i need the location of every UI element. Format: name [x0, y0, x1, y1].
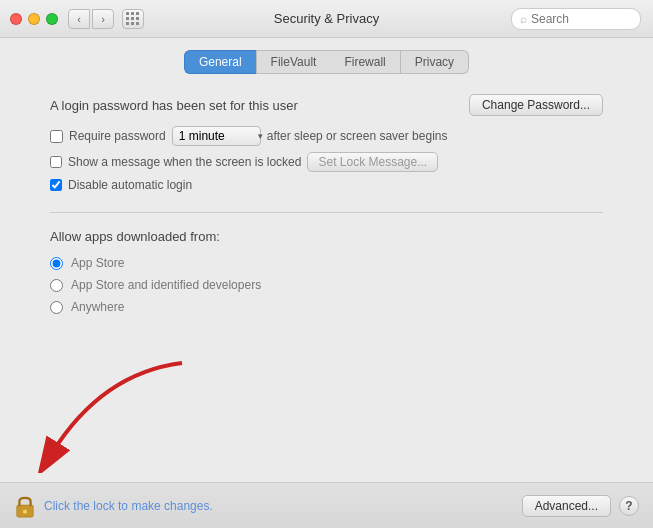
tabs-row: General FileVault Firewall Privacy [0, 38, 653, 84]
allow-apps-section: Allow apps downloaded from: App Store Ap… [50, 213, 603, 332]
forward-button[interactable]: › [92, 9, 114, 29]
show-message-row: Show a message when the screen is locked… [50, 152, 603, 172]
radio-appstore-input[interactable] [50, 257, 63, 270]
click-text: Click the [44, 499, 93, 513]
radio-identified-input[interactable] [50, 279, 63, 292]
maximize-button[interactable] [46, 13, 58, 25]
radio-anywhere-label: Anywhere [71, 300, 124, 314]
allow-apps-title: Allow apps downloaded from: [50, 229, 603, 244]
lock-link-text: lock [93, 499, 114, 513]
search-input[interactable] [531, 12, 632, 26]
password-section: A login password has been set for this u… [50, 84, 603, 213]
tab-general[interactable]: General [184, 50, 256, 74]
after-sleep-label: after sleep or screen saver begins [267, 129, 448, 143]
grid-icon [126, 12, 140, 26]
lock-text: Click the lock to make changes. [44, 499, 213, 513]
require-password-label: Require password [69, 129, 166, 143]
change-password-button[interactable]: Change Password... [469, 94, 603, 116]
search-bar[interactable]: ⌕ [511, 8, 641, 30]
bottom-bar: Click the lock to make changes. Advanced… [0, 482, 653, 528]
bottom-right-controls: Advanced... ? [522, 495, 639, 517]
password-time-select[interactable]: 1 minute 5 minutes 15 minutes 1 hour imm… [172, 126, 261, 146]
disable-login-row: Disable automatic login [50, 178, 603, 192]
close-button[interactable] [10, 13, 22, 25]
help-button[interactable]: ? [619, 496, 639, 516]
radio-appstore-label: App Store [71, 256, 124, 270]
make-changes-text: to make changes. [115, 499, 213, 513]
radio-appstore: App Store [50, 256, 603, 270]
minimize-button[interactable] [28, 13, 40, 25]
show-message-checkbox[interactable] [50, 156, 62, 168]
radio-identified: App Store and identified developers [50, 278, 603, 292]
disable-login-label: Disable automatic login [68, 178, 192, 192]
disable-login-checkbox[interactable] [50, 179, 62, 191]
grid-button[interactable] [122, 9, 144, 29]
lock-icon[interactable] [14, 493, 36, 519]
set-lock-message-button[interactable]: Set Lock Message... [307, 152, 438, 172]
advanced-button[interactable]: Advanced... [522, 495, 611, 517]
content-area: A login password has been set for this u… [0, 84, 653, 482]
radio-identified-label: App Store and identified developers [71, 278, 261, 292]
svg-rect-2 [23, 509, 27, 513]
traffic-lights [10, 13, 58, 25]
main-content: General FileVault Firewall Privacy A log… [0, 38, 653, 528]
tab-filevault[interactable]: FileVault [256, 50, 331, 74]
password-time-wrapper: 1 minute 5 minutes 15 minutes 1 hour imm… [166, 126, 267, 146]
radio-anywhere-input[interactable] [50, 301, 63, 314]
title-bar: ‹ › Security & Privacy ⌕ [0, 0, 653, 38]
require-password-row: Require password 1 minute 5 minutes 15 m… [50, 126, 603, 146]
password-info-text: A login password has been set for this u… [50, 98, 298, 113]
back-button[interactable]: ‹ [68, 9, 90, 29]
nav-buttons: ‹ › [68, 9, 114, 29]
radio-anywhere: Anywhere [50, 300, 603, 314]
tab-firewall[interactable]: Firewall [330, 50, 400, 74]
password-row: A login password has been set for this u… [50, 94, 603, 116]
tab-privacy[interactable]: Privacy [401, 50, 469, 74]
window-title: Security & Privacy [274, 11, 379, 26]
search-icon: ⌕ [520, 12, 527, 26]
require-password-checkbox[interactable] [50, 130, 63, 143]
show-message-label: Show a message when the screen is locked [68, 155, 301, 169]
